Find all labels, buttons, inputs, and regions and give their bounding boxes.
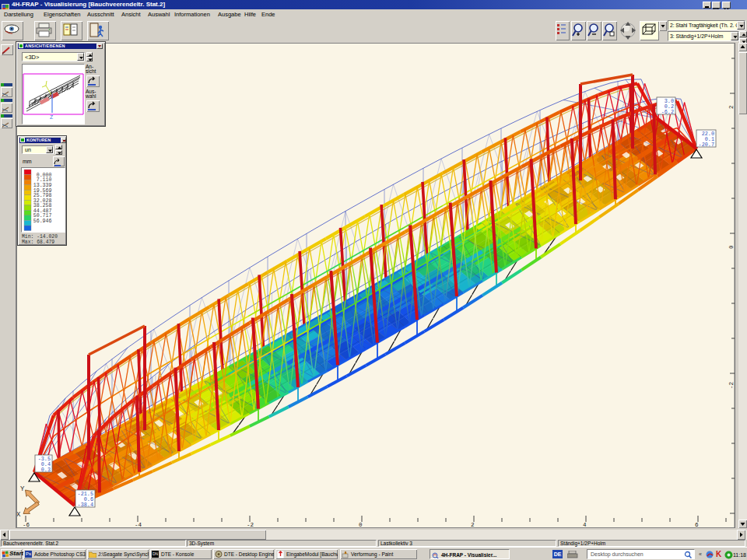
svg-text:Z: Z (50, 114, 53, 121)
svg-text:-2: -2 (247, 522, 254, 528)
svg-text:-6: -6 (23, 522, 30, 528)
svg-text:-6.2: -6.2 (661, 109, 674, 115)
svg-text:2: 2 (471, 522, 475, 528)
svg-text:0: 0 (728, 245, 735, 249)
svg-text:-4: -4 (135, 522, 142, 528)
svg-text:Y: Y (20, 485, 25, 493)
svg-text:-2: -2 (728, 382, 735, 389)
svg-text:6: 6 (695, 522, 699, 528)
svg-text:56.946: 56.946 (33, 219, 52, 224)
svg-text:-38.4: -38.4 (78, 502, 93, 508)
svg-text:4: 4 (583, 522, 587, 528)
svg-text:0.3: 0.3 (41, 467, 51, 473)
svg-text:0: 0 (359, 522, 363, 528)
svg-text:2: 2 (728, 105, 735, 109)
svg-text:-20.7: -20.7 (699, 142, 714, 148)
